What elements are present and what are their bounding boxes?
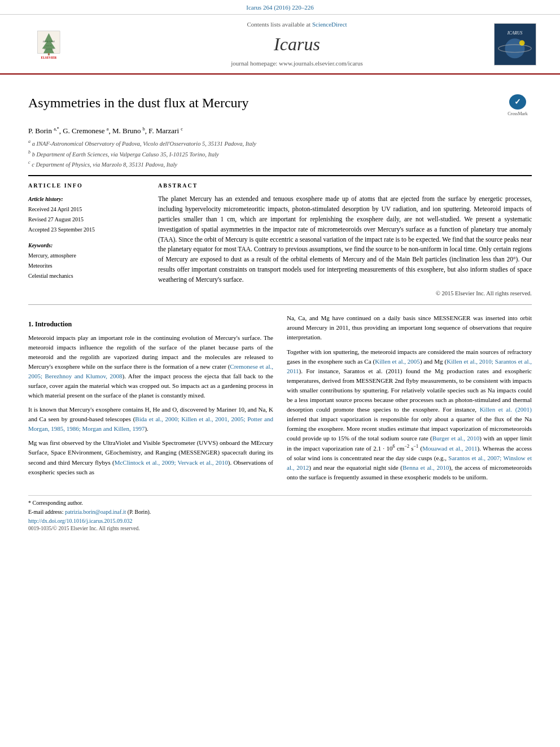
abstract-text: The planet Mercury has an extended and t… [158, 194, 532, 285]
keywords-label-text: Keywords: [28, 242, 53, 248]
affil-2-text: b Department of Earth Sciences, via Valp… [32, 151, 219, 157]
doi-line[interactable]: http://dx.doi.org/10.1016/j.icarus.2015.… [28, 517, 532, 525]
intro-para-2: It is known that Mercury's exosphere con… [28, 405, 273, 434]
affil-3-text: c Department of Physics, via Marzolo 8, … [32, 161, 177, 168]
article-info-header: ARTICLE INFO [28, 182, 141, 190]
ref-mcclintock[interactable]: McClintock et al., 2009; Vervack et al.,… [115, 459, 228, 466]
body-columns: 1. Introduction Meteoroid impacts play a… [28, 313, 532, 486]
icarus-cover-thumbnail: ICARUS [494, 23, 536, 65]
crossmark-label: CrossMark [508, 111, 528, 117]
history-label: Article history: [28, 194, 141, 204]
contents-text: Contents lists available at [247, 21, 310, 28]
article-title-section: Asymmetries in the dust flux at Mercury … [28, 86, 532, 123]
thick-divider [28, 175, 532, 176]
ref-mouawad[interactable]: Mouawad et al., 2011 [422, 445, 477, 452]
cover-svg: ICARUS [495, 24, 536, 65]
abstract-col: ABSTRACT The planet Mercury has an exten… [158, 182, 532, 298]
ref-killen2005[interactable]: Killen et al., 2005 [375, 358, 420, 365]
elsevier-logo-svg: ELSEVIER tree of knowledge ELSEVIER [34, 29, 90, 60]
journal-title: Icarus [107, 32, 487, 57]
revised-date: Revised 27 August 2015 [28, 215, 141, 225]
ref-bida[interactable]: Bida et al., 2000; Killen et al., 2001, … [28, 416, 273, 432]
journal-issue-info: Icarus 264 (2016) 220–226 [0, 0, 560, 15]
journal-header: ELSEVIER tree of knowledge ELSEVIER Cont… [0, 15, 560, 75]
abstract-header: ABSTRACT [158, 182, 532, 190]
affil-1-text: a INAF-Astronomical Observatory of Padov… [32, 141, 256, 147]
body-right-col: Na, Ca, and Mg have continued on a daily… [287, 313, 532, 486]
article-title: Asymmetries in the dust flux at Mercury [28, 94, 504, 112]
keywords-section: Keywords: Mercury, atmosphere Meteorites… [28, 241, 141, 281]
comma2: , M. Bruno [108, 126, 142, 135]
svg-rect-5 [48, 53, 50, 55]
intro-para-1: Meteoroid impacts play an important role… [28, 333, 273, 400]
email-name: (P. Borin). [128, 509, 151, 515]
keyword-2: Meteorites [28, 261, 141, 271]
authors-line: P. Borin a,*, G. Cremonese a, M. Bruno b… [28, 126, 532, 137]
affil-1: a a INAF-Astronomical Observatory of Pad… [28, 138, 532, 148]
author-email[interactable]: patrizia.borin@oapd.inaf.it [65, 509, 126, 515]
intro-heading-text: Introduction [35, 320, 72, 328]
journal-homepage: journal homepage: www.journals.elsevier.… [107, 59, 487, 68]
affiliations: a a INAF-Astronomical Observatory of Pad… [28, 138, 532, 169]
sciencedirect-link[interactable]: ScienceDirect [312, 21, 347, 28]
affil-2: b b Department of Earth Sciences, via Va… [28, 149, 532, 159]
ref-burger[interactable]: Burger et al., 2010 [432, 435, 480, 442]
corresponding-author-label: * Corresponding author. [28, 500, 83, 506]
ref-cremonese[interactable]: Cremonese et al., 2005; Berezhnoy and Kl… [28, 363, 273, 379]
affil-3: c c Department of Physics, via Marzolo 8… [28, 159, 532, 169]
crossmark-icon: ✓ [509, 94, 526, 110]
contents-available-line: Contents lists available at ScienceDirec… [107, 20, 487, 29]
right-para-1: Na, Ca, and Mg have continued on a daily… [287, 313, 532, 342]
crossmark-area[interactable]: ✓ CrossMark [504, 94, 532, 117]
article-title-group: Asymmetries in the dust flux at Mercury [28, 94, 504, 112]
history-label-text: Article history: [28, 196, 63, 202]
ref-killen2001[interactable]: Killen et al. (2001) [480, 406, 532, 413]
affil-c: c [181, 126, 183, 132]
elsevier-logo-area: ELSEVIER tree of knowledge ELSEVIER [17, 29, 107, 60]
corresponding-author-note: * Corresponding author. [28, 499, 532, 507]
doi-link[interactable]: http://dx.doi.org/10.1016/j.icarus.2015.… [28, 518, 133, 524]
main-content: Asymmetries in the dust flux at Mercury … [0, 75, 560, 544]
homepage-text: journal homepage: www.journals.elsevier.… [231, 60, 363, 67]
ref-benna[interactable]: Benna et al., 2010 [403, 464, 449, 471]
journal-name-area: Contents lists available at ScienceDirec… [107, 20, 487, 68]
keyword-3: Celestial mechanics [28, 271, 141, 281]
intro-para-3: Mg was first observed by the UltraViolet… [28, 438, 273, 477]
body-left-col: 1. Introduction Meteoroid impacts play a… [28, 313, 273, 486]
copyright-line: © 2015 Elsevier Inc. All rights reserved… [158, 290, 532, 298]
issue-text: Icarus 264 (2016) 220–226 [246, 4, 313, 11]
article-info-col: ARTICLE INFO Article history: Received 2… [28, 182, 141, 298]
mid-divider [28, 304, 532, 305]
keyword-1: Mercury, atmosphere [28, 251, 141, 261]
footer-section: * Corresponding author. E-mail address: … [28, 495, 532, 532]
svg-text:ELSEVIER: ELSEVIER [41, 55, 58, 59]
comma1: , G. Cremonese [59, 126, 107, 135]
comma3: , F. Marzari [145, 126, 181, 135]
issn-line: 0019-1035/© 2015 Elsevier Inc. All right… [28, 525, 532, 532]
intro-heading: 1. Introduction [28, 319, 273, 330]
email-label-text: E-mail address: [28, 509, 63, 515]
svg-point-11 [519, 40, 524, 46]
email-note: E-mail address: patrizia.borin@oapd.inaf… [28, 508, 532, 516]
right-para-2: Together with ion sputtering, the meteor… [287, 347, 532, 482]
accepted-date: Accepted 23 September 2015 [28, 225, 141, 235]
intro-number: 1. [28, 320, 33, 328]
journal-thumbnail-area: ICARUS [487, 23, 543, 65]
article-history: Article history: Received 24 April 2015 … [28, 194, 141, 235]
svg-text:ICARUS: ICARUS [506, 30, 522, 36]
article-meta-row: ARTICLE INFO Article history: Received 2… [28, 182, 532, 298]
authors-text: P. Borin [28, 126, 54, 135]
received-date: Received 24 April 2015 [28, 204, 141, 215]
keywords-label: Keywords: [28, 241, 141, 251]
